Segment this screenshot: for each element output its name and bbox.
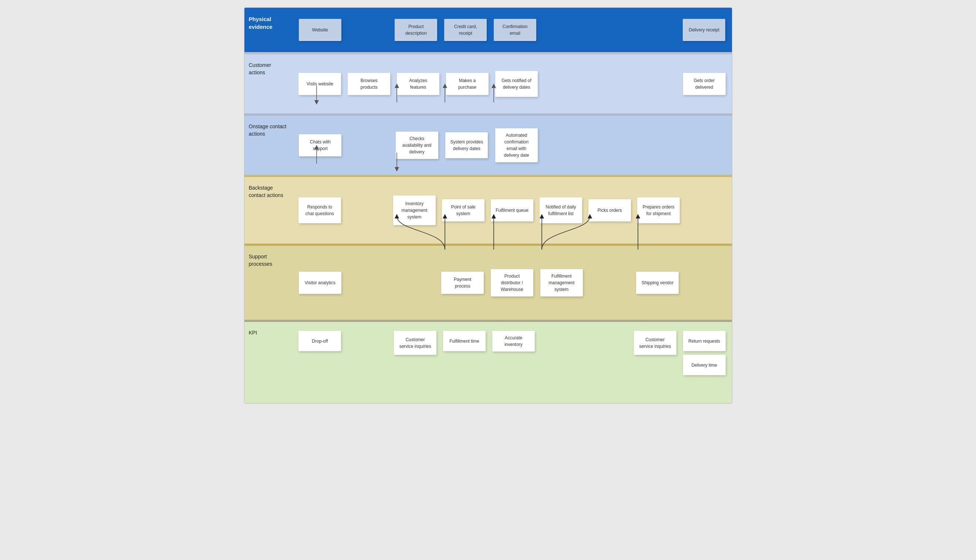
pe-credit-card: Credit card, receipt xyxy=(444,19,487,41)
customer-cards: Visits website Browses products Analyzes… xyxy=(292,54,732,113)
kpi-customer-service: Customer service inquiries xyxy=(394,331,436,355)
kpi-customer-service-2: Customer service inquiries xyxy=(634,331,676,355)
ca-makes-purchase: Makes a purchase xyxy=(446,73,489,95)
ca-visits-website: Visits website xyxy=(299,73,341,95)
customer-actions-row: Customer actions Visits website Browses … xyxy=(244,54,732,113)
bs-prepares-orders: Prepares orders for shipment xyxy=(637,197,680,223)
ca-gets-notified: Gets notified of delivery dates xyxy=(495,71,538,97)
bs-fulfilment-queue: Fulfilment queue xyxy=(491,199,533,222)
bs-notified-daily: Notified of daily fulfillment list xyxy=(540,197,582,223)
onstage-row: Onstage contact actions Chats with suppo… xyxy=(244,116,732,175)
kpi-fulfillment-time: Fulfillment time xyxy=(443,331,485,351)
backstage-cards: Responds to chat questions Inventory man… xyxy=(292,177,732,243)
sp-shipping-vendor: Shipping vendor xyxy=(636,272,679,294)
kpi-dropoff: Drop-off xyxy=(299,331,341,351)
physical-cards: Website Product description Credit card,… xyxy=(292,8,732,52)
pe-product-desc-card: Product description xyxy=(395,19,437,41)
onstage-cards: Chats with support Checks availability a… xyxy=(292,116,732,175)
ca-browses-products: Browses products xyxy=(348,73,390,95)
bs-point-of-sale: Point of sale system xyxy=(442,199,484,222)
ca-gets-order-delivered: Gets order delivered xyxy=(683,73,726,95)
onstage-label: Onstage contact actions xyxy=(244,116,292,175)
kpi-cards: Drop-off Customer service inquiries Fulf… xyxy=(292,322,732,403)
support-label: Support processes xyxy=(244,246,292,320)
os-checks-availability: Checks availability and delivery xyxy=(396,132,438,159)
os-automated-confirmation: Automated confirmation email with delive… xyxy=(495,128,538,162)
physical-label: Physical evidence xyxy=(244,8,292,52)
sp-product-distributor: Product distributor / Warehouse xyxy=(491,269,533,297)
os-chats-support: Chats with support xyxy=(299,134,341,157)
sp-visitor-analytics: Visitor analytics xyxy=(299,272,341,294)
sp-payment-process: Payment process xyxy=(441,272,484,294)
sp-fulfillment-mgmt: Fulfillment management system xyxy=(541,269,583,297)
backstage-label: Backstage contact actions xyxy=(244,177,292,243)
ca-analyzes-features: Analyzes features xyxy=(397,73,439,95)
os-system-provides: System provides delivery dates xyxy=(445,132,488,158)
kpi-return-requests: Return requests xyxy=(683,331,726,351)
bs-responds-chat: Responds to chat questions xyxy=(299,197,341,223)
support-cards: Visitor analytics Payment process Produc… xyxy=(292,246,732,320)
bs-inventory-mgmt: Inventory management system xyxy=(393,195,435,225)
bs-picks-orders: Picks orders xyxy=(589,199,631,222)
kpi-row: KPI Drop-off Customer service inquiries xyxy=(244,322,732,403)
pe-website-card: Website xyxy=(299,19,341,41)
physical-evidence-row: Physical evidence Website Product descri… xyxy=(244,8,732,52)
pe-delivery-receipt-card: Delivery receipt xyxy=(683,19,725,41)
kpi-accurate-inventory: Accurate inventory xyxy=(492,331,535,352)
pe-confirmation-email-card: Confirmation email xyxy=(494,19,536,41)
kpi-delivery-time: Delivery time xyxy=(683,355,726,375)
diagram: Physical evidence Website Product descri… xyxy=(244,7,732,403)
support-row: Support processes Visitor analytics Paym… xyxy=(244,246,732,320)
backstage-row: Backstage contact actions Responds to ch… xyxy=(244,177,732,243)
kpi-label: KPI xyxy=(244,322,292,403)
customer-label: Customer actions xyxy=(244,54,292,113)
